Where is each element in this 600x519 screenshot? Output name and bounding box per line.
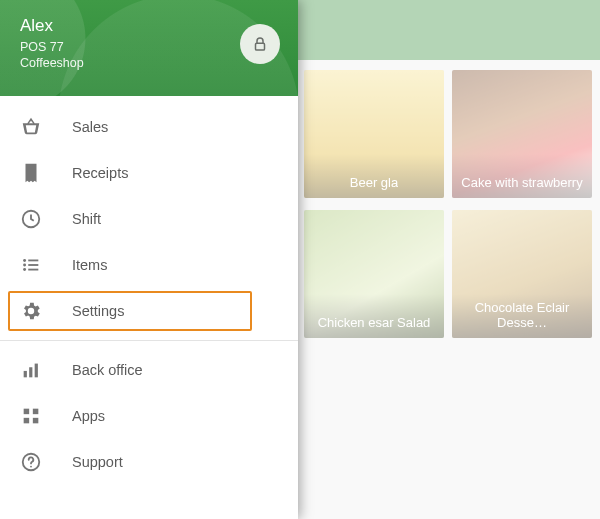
user-name: Alex — [20, 16, 278, 36]
svg-rect-7 — [28, 269, 38, 271]
menu-divider — [0, 340, 298, 341]
drawer-header: Alex POS 77 Coffeeshop — [0, 0, 298, 96]
selection-highlight — [8, 291, 252, 331]
menu-item-items[interactable]: Items — [0, 242, 298, 288]
svg-rect-13 — [24, 418, 30, 424]
svg-rect-10 — [35, 364, 38, 378]
menu-item-receipts[interactable]: Receipts — [0, 150, 298, 196]
drawer-menu: Sales Receipts Shift Items — [0, 96, 298, 485]
svg-point-4 — [23, 264, 26, 267]
svg-rect-14 — [33, 418, 39, 424]
svg-rect-0 — [256, 43, 265, 50]
gear-icon — [20, 300, 42, 322]
store-name: Coffeeshop — [20, 55, 278, 71]
menu-label: Shift — [72, 211, 101, 227]
menu-item-apps[interactable]: Apps — [0, 393, 298, 439]
apps-icon — [20, 405, 42, 427]
svg-rect-3 — [28, 260, 38, 262]
lock-button[interactable] — [240, 24, 280, 64]
menu-label: Sales — [72, 119, 108, 135]
menu-item-back-office[interactable]: Back office — [0, 347, 298, 393]
clock-icon — [20, 208, 42, 230]
nav-drawer: Alex POS 77 Coffeeshop Sales Receipts — [0, 0, 298, 519]
help-icon — [20, 451, 42, 473]
lock-icon — [251, 35, 269, 53]
svg-point-6 — [23, 268, 26, 271]
svg-rect-12 — [33, 409, 39, 415]
menu-label: Settings — [72, 303, 124, 319]
basket-icon — [20, 116, 42, 138]
svg-rect-9 — [29, 367, 32, 377]
menu-label: Items — [72, 257, 107, 273]
menu-item-shift[interactable]: Shift — [0, 196, 298, 242]
svg-rect-8 — [24, 371, 27, 377]
svg-rect-11 — [24, 409, 30, 415]
menu-item-settings[interactable]: Settings — [0, 288, 298, 334]
menu-label: Support — [72, 454, 123, 470]
menu-label: Back office — [72, 362, 143, 378]
list-icon — [20, 254, 42, 276]
svg-rect-5 — [28, 264, 38, 266]
menu-item-support[interactable]: Support — [0, 439, 298, 485]
svg-point-2 — [23, 259, 26, 262]
menu-label: Apps — [72, 408, 105, 424]
chart-icon — [20, 359, 42, 381]
menu-item-sales[interactable]: Sales — [0, 104, 298, 150]
receipt-icon — [20, 162, 42, 184]
svg-point-16 — [30, 466, 32, 468]
menu-label: Receipts — [72, 165, 128, 181]
